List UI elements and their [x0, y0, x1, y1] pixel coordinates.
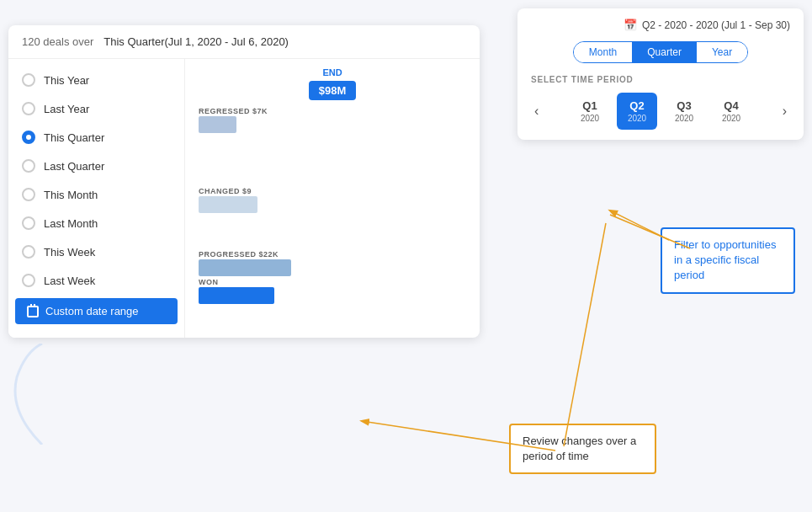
radio-this-month	[22, 188, 35, 201]
quarter-q1[interactable]: Q1 2020	[570, 93, 610, 130]
period-btn-year[interactable]: Year	[697, 42, 747, 62]
dropdown-item-last-week[interactable]: Last Week	[8, 266, 184, 295]
right-panel-header: 📅 Q2 - 2020 - 2020 (Jul 1 - Sep 30)	[531, 19, 790, 31]
radio-this-quarter	[22, 131, 35, 144]
bar-row-progressed: PROGRESSED $22K	[199, 250, 466, 276]
chart-bars: REGRESSED $7K CHANGED $9 PROGRESSED $22K	[199, 107, 466, 304]
bar-row-changed: CHANGED $9	[199, 187, 466, 213]
quarter-q4[interactable]: Q4 2020	[711, 93, 751, 130]
period-btn-month[interactable]: Month	[574, 42, 632, 62]
q2-label: Q2	[629, 99, 644, 112]
svg-line-3	[564, 223, 606, 446]
dropdown-item-last-quarter[interactable]: Last Quarter	[8, 152, 184, 180]
q4-label: Q4	[724, 99, 738, 112]
annotation-text-review: Review changes over a period of time	[523, 435, 636, 462]
watermark-curve	[8, 344, 76, 445]
radio-last-month	[22, 216, 35, 230]
quarter-q2[interactable]: Q2 2020	[617, 93, 657, 130]
radio-this-week	[22, 245, 35, 259]
main-container: 120 deals over This Quarter(Jul 1, 2020 …	[0, 0, 812, 512]
item-label-last-quarter: Last Quarter	[44, 160, 104, 173]
subtitle-text: 120 deals over	[22, 35, 93, 48]
bar-row-regressed: REGRESSED $7K	[199, 107, 466, 133]
bar-label-changed: CHANGED $9	[199, 187, 252, 195]
item-label-last-year: Last Year	[44, 103, 89, 115]
item-label-last-week: Last Week	[44, 275, 95, 287]
spacer2	[199, 215, 466, 248]
item-label-this-week: This Week	[44, 246, 95, 259]
item-label-last-month: Last Month	[44, 217, 98, 230]
custom-date-button[interactable]: Custom date range	[15, 298, 178, 324]
period-btn-quarter[interactable]: Quarter	[632, 42, 697, 62]
right-panel: 📅 Q2 - 2020 - 2020 (Jul 1 - Sep 30) Mont…	[517, 8, 804, 140]
dropdown-item-this-week[interactable]: This Week	[8, 237, 184, 266]
bar-label-won: WON	[199, 278, 219, 286]
spacer	[199, 135, 466, 185]
item-label-this-year: This Year	[44, 74, 89, 87]
annotation-text-fiscal: Filter to opportunities in a specific fi…	[674, 238, 776, 281]
dropdown-item-this-quarter[interactable]: This Quarter	[8, 123, 184, 152]
q3-year: 2020	[675, 114, 693, 123]
q1-label: Q1	[582, 99, 597, 112]
bar-regressed	[199, 116, 236, 133]
q3-label: Q3	[677, 99, 691, 112]
annotation-box-review: Review changes over a period of time	[509, 424, 656, 474]
calendar-icon	[27, 306, 39, 317]
dropdown-item-last-year[interactable]: Last Year	[8, 94, 184, 123]
calendar-header-icon: 📅	[624, 19, 637, 31]
q1-year: 2020	[581, 114, 599, 123]
q4-year: 2020	[722, 114, 740, 123]
period-toggle: Month Quarter Year	[573, 41, 748, 63]
quarters-row: Q1 2020 Q2 2020 Q3 2020 Q4 2020	[545, 93, 775, 130]
panel-content: This Year Last Year This Quarter Last Qu…	[8, 59, 480, 338]
bar-label-regressed: REGRESSED $7K	[199, 107, 268, 115]
bar-progressed	[199, 259, 291, 276]
bar-row-won: WON	[199, 278, 466, 304]
next-arrow[interactable]: ›	[779, 100, 790, 122]
item-label-this-month: This Month	[44, 189, 98, 201]
bar-won	[199, 287, 274, 304]
custom-date-label: Custom date range	[45, 305, 139, 317]
header-date-label: Q2 - 2020 - 2020 (Jul 1 - Sep 30)	[642, 19, 790, 31]
radio-this-year	[22, 73, 35, 87]
quarter-q3[interactable]: Q3 2020	[664, 93, 704, 130]
end-value: $98M	[309, 81, 357, 100]
radio-last-year	[22, 102, 35, 115]
bar-label-progressed: PROGRESSED $22K	[199, 250, 279, 259]
dropdown-item-this-month[interactable]: This Month	[8, 180, 184, 209]
selected-period-label: This Quarter(Jul 1, 2020 - Jul 6, 2020)	[103, 35, 289, 48]
select-time-label: SELECT TIME PERIOD	[531, 75, 790, 84]
deals-label: 120 deals over	[22, 35, 93, 48]
panel-header: 120 deals over This Quarter(Jul 1, 2020 …	[8, 25, 480, 59]
left-panel: 120 deals over This Quarter(Jul 1, 2020 …	[8, 25, 480, 338]
quarter-nav: ‹ Q1 2020 Q2 2020 Q3 2020 Q4 2020	[531, 93, 790, 130]
chart-area: END $98M REGRESSED $7K CHANGED $9	[185, 59, 480, 338]
q2-year: 2020	[628, 114, 646, 123]
item-label-this-quarter: This Quarter	[44, 131, 104, 144]
chart-header: END $98M	[199, 67, 466, 107]
prev-arrow[interactable]: ‹	[531, 100, 542, 122]
radio-last-quarter	[22, 159, 35, 173]
annotation-box-fiscal: Filter to opportunities in a specific fi…	[661, 227, 795, 294]
bar-changed	[199, 196, 257, 213]
dropdown-item-last-month[interactable]: Last Month	[8, 209, 184, 237]
dropdown-list: This Year Last Year This Quarter Last Qu…	[8, 59, 185, 338]
radio-last-week	[22, 274, 35, 287]
dropdown-item-this-year[interactable]: This Year	[8, 66, 184, 94]
end-label: END	[322, 67, 342, 77]
